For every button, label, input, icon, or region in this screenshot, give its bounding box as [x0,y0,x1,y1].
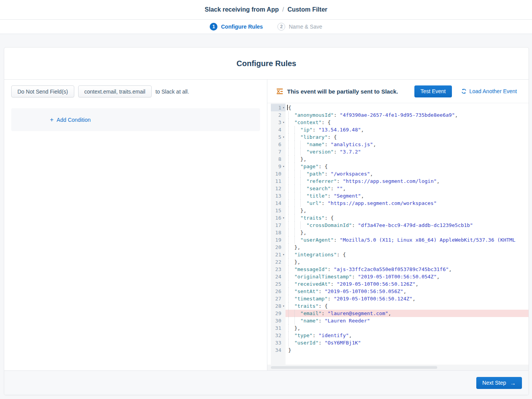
code-line: "ip": "13.54.169.48", [286,126,529,133]
line-number: 30 [271,317,286,324]
fold-arrow-icon[interactable]: ▾ [282,133,286,141]
rule-action-selector[interactable]: Do Not Send Field(s) [11,85,74,97]
line-number: 29 [271,310,286,317]
editor-line[interactable]: 20 }, [271,244,529,251]
indent-guide [288,324,289,332]
step-configure-rules[interactable]: 1 Configure Rules [210,23,263,31]
test-event-button[interactable]: Test Event [414,85,452,97]
breadcrumb-separator: / [279,6,287,13]
json-editor[interactable]: 1▾{2 "anonymousId": "4f9390ae-2657-4fe1-… [267,103,529,365]
editor-line[interactable]: 34} [271,346,529,354]
line-number: 22 [271,258,286,266]
indent-guide [294,310,295,317]
line-number: 27 [271,295,286,302]
indent-guide [288,339,289,346]
step-2-label: Name & Save [289,24,322,30]
editor-line[interactable]: 10 "path": "/workspaces", [271,170,529,177]
editor-line[interactable]: 26 "sentAt": "2019-05-10T00:56:50.056Z", [271,288,529,295]
scrollbar-thumb[interactable] [271,366,437,369]
line-number: 32 [271,332,286,339]
line-number: 9▾ [271,163,286,170]
indent-guide [294,133,295,141]
code-line: "referrer": "https://app.segment.com/log… [286,177,529,185]
indent-guide [288,192,289,200]
code-line: "traits": { [286,214,529,222]
code-line: "crossDomainId": "df3a47ee-bcc9-479d-add… [286,222,529,229]
code-line: "path": "/workspaces", [286,170,529,177]
step-name-save[interactable]: 2 Name & Save [277,23,322,31]
editor-line[interactable]: 8 }, [271,155,529,163]
editor-line[interactable]: 30 "name": "Lauren Reeder" [271,317,529,324]
editor-line[interactable]: 17 "crossDomainId": "df3a47ee-bcc9-479d-… [271,222,529,229]
editor-line[interactable]: 1▾{ [271,104,529,111]
editor-line[interactable]: 25 "receivedAt": "2019-05-10T00:56:50.12… [271,280,529,288]
indent-guide [300,192,301,200]
code-line: "sentAt": "2019-05-10T00:56:50.056Z", [286,288,529,295]
editor-line[interactable]: 31 }, [271,324,529,332]
indent-guide [288,302,289,310]
load-another-event-label: Load Another Event [469,88,517,94]
editor-line[interactable]: 3▾ "context": { [271,119,529,126]
line-number: 16▾ [271,214,286,222]
code-line: "traits": { [286,302,529,310]
load-another-event-button[interactable]: Load Another Event [461,88,517,94]
editor-line[interactable]: 22 }, [271,258,529,266]
editor-line[interactable]: 5▾ "library": { [271,133,529,141]
editor-line[interactable]: 11 "referrer": "https://app.segment.com/… [271,177,529,185]
editor-line[interactable]: 14 "url": "https://app.segment.com/works… [271,200,529,207]
editor-line[interactable]: 19 "userAgent": "Mozilla/5.0 (X11; Linux… [271,236,529,244]
editor-line[interactable]: 28▾ "traits": { [271,302,529,310]
add-condition-box: + Add Condition [11,108,260,131]
code-line: "library": { [286,133,529,141]
rule-fields-selector[interactable]: context.email, traits.email [78,85,152,97]
editor-line[interactable]: 2 "anonymousId": "4f9390ae-2657-4fe1-9d9… [271,111,529,119]
next-step-button[interactable]: Next Step → [476,377,522,389]
line-number: 24 [271,273,286,280]
editor-line[interactable]: 13 "title": "Segment", [271,192,529,200]
rule-row: Do Not Send Field(s) context.email, trai… [11,85,260,97]
editor-line[interactable]: 32 "type": "identify", [271,332,529,339]
editor-horizontal-scrollbar[interactable] [267,365,529,370]
editor-line[interactable]: 4 "ip": "13.54.169.48", [271,126,529,133]
indent-guide [288,273,289,280]
editor-line[interactable]: 18 }, [271,229,529,236]
editor-line[interactable]: 12 "search": "", [271,185,529,192]
editor-line[interactable]: 15 }, [271,207,529,214]
refresh-icon [461,89,467,94]
indent-guide [294,177,295,185]
indent-guide [300,185,301,192]
json-editor-lines: 1▾{2 "anonymousId": "4f9390ae-2657-4fe1-… [267,104,529,354]
line-number: 8 [271,155,286,163]
add-condition-button[interactable]: + Add Condition [50,117,91,123]
editor-line[interactable]: 33 "userId": "OsY6MFBj1K" [271,339,529,346]
indent-guide [288,295,289,302]
indent-guide [288,258,289,266]
breadcrumb-source[interactable]: Slack receiving from App [205,6,279,13]
fold-arrow-icon[interactable]: ▾ [282,104,286,111]
editor-line[interactable]: 16▾ "traits": { [271,214,529,222]
indent-guide [288,133,289,141]
status-text: This event will be partially sent to Sla… [287,88,414,95]
add-condition-label: Add Condition [56,117,91,123]
indent-guide [294,229,295,236]
editor-line[interactable]: 27 "timestamp": "2019-05-10T00:56:50.124… [271,295,529,302]
fold-arrow-icon[interactable]: ▾ [282,163,286,170]
fold-arrow-icon[interactable]: ▾ [282,251,286,258]
code-line: "page": { [286,163,529,170]
editor-line[interactable]: 24 "originalTimestamp": "2019-05-10T00:5… [271,273,529,280]
editor-line[interactable]: 21▾ "integrations": { [271,251,529,258]
editor-line[interactable]: 7 "version": "3.7.2" [271,148,529,155]
indent-guide [294,170,295,177]
editor-line[interactable]: 9▾ "page": { [271,163,529,170]
line-number: 28▾ [271,302,286,310]
fold-arrow-icon[interactable]: ▾ [282,119,286,126]
fold-arrow-icon[interactable]: ▾ [282,214,286,222]
indent-guide [288,163,289,170]
indent-guide [288,317,289,324]
fold-arrow-icon[interactable]: ▾ [282,302,286,310]
line-number: 2 [271,111,286,119]
line-number: 17 [271,222,286,229]
editor-line[interactable]: 6 "name": "analytics.js", [271,141,529,148]
editor-line[interactable]: 23 "messageId": "ajs-33ffc2ac0a550e8f053… [271,266,529,273]
editor-line[interactable]: 29 "email": "lauren@segment.com", [271,310,529,317]
